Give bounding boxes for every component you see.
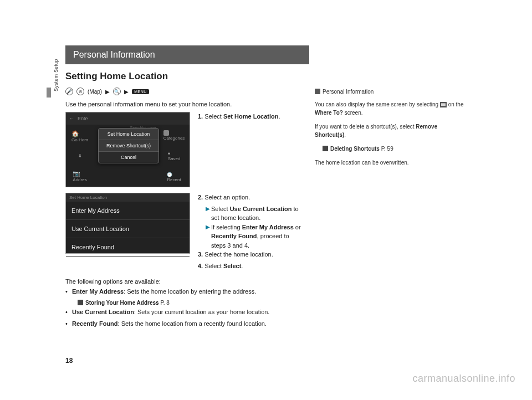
sidebar-heading: Personal Information bbox=[315, 88, 470, 96]
options-list: • Enter My Address: Sets the home locati… bbox=[65, 287, 304, 329]
categories-tile: Categories bbox=[163, 130, 185, 141]
manual-page: System Setup Personal Information Settin… bbox=[0, 0, 532, 400]
main-column: 🎤 ⊙ (Map) ▶ 🔍 ▶ MENU Use the personal in… bbox=[65, 88, 304, 331]
breadcrumb: 🎤 ⊙ (Map) ▶ 🔍 ▶ MENU bbox=[65, 88, 304, 95]
option-use-current-location: Use Current Location: Sets your current … bbox=[72, 307, 269, 317]
popup-remove-shortcut: Remove Shortcut(s) bbox=[99, 140, 158, 152]
xref-icon bbox=[323, 146, 328, 151]
section-title: Setting Home Location bbox=[65, 71, 475, 82]
options-intro: The following options are available: bbox=[65, 278, 304, 285]
popup-cancel: Cancel bbox=[99, 152, 158, 163]
step-number: 2. bbox=[198, 194, 203, 201]
popup-set-home: Set Home Location bbox=[99, 129, 158, 140]
step-text: Select Select. bbox=[204, 263, 243, 269]
back-arrow-icon: ← bbox=[69, 116, 74, 121]
xref-deleting-shortcuts: Deleting Shortcuts P. 59 bbox=[315, 145, 470, 153]
substep-text: If selecting Enter My Address or Recentl… bbox=[211, 223, 303, 250]
intro-text: Use the personal information menu to set… bbox=[65, 101, 304, 107]
opt-enter-my-address: Enter My Address bbox=[66, 202, 190, 220]
screenshot-menu-popup: ← Ente Searching near: s Angeles, CA 🏠 bbox=[65, 112, 190, 187]
xref-storing-home-address: Storing Your Home Address P. 8 bbox=[65, 299, 304, 307]
triangle-bullet-icon: ▶ bbox=[206, 204, 210, 223]
bullet-icon: • bbox=[65, 287, 72, 296]
step-number: 4. bbox=[198, 263, 203, 269]
steps-2-4-block: 2. Select an option. ▶ Select Use Curren… bbox=[198, 193, 303, 273]
step-text: Select an option. bbox=[204, 194, 250, 201]
popup-menu: Set Home Location Remove Shortcut(s) Can… bbox=[98, 128, 159, 163]
option-recently-found: Recently Found: Sets the home location f… bbox=[72, 319, 267, 329]
voice-icon: 🎤 bbox=[65, 88, 73, 95]
info-icon bbox=[315, 89, 320, 94]
screenshot-set-home-list: Set Home Location Enter My Address Use C… bbox=[65, 193, 190, 254]
address-tile: 📷 Addres bbox=[73, 170, 86, 182]
sidebar-p1: You can also display the same screen by … bbox=[315, 100, 470, 117]
bullet-icon: • bbox=[65, 319, 72, 329]
map-icon: ⊙ bbox=[76, 88, 84, 95]
step-1-block: 1. Select Set Home Location. bbox=[198, 112, 303, 187]
saved-tile: ♥ Saved bbox=[168, 151, 181, 161]
down-arrow-icon: ⬇ bbox=[78, 153, 82, 158]
arrow-icon: ▶ bbox=[105, 89, 110, 95]
arrow-icon: ▶ bbox=[124, 89, 129, 95]
xref-icon bbox=[78, 300, 83, 305]
section-tab-marker bbox=[47, 88, 51, 98]
watermark: carmanualsonline.info bbox=[412, 373, 515, 384]
step-number: 3. bbox=[198, 251, 203, 258]
page-content: Personal Information Setting Home Locati… bbox=[65, 45, 475, 331]
triangle-bullet-icon: ▶ bbox=[206, 223, 210, 250]
go-home-tile: 🏠 Go Hom bbox=[71, 130, 88, 142]
section-tab-label: System Setup bbox=[53, 59, 59, 91]
screenshot2-title: Set Home Location bbox=[66, 193, 190, 202]
sidebar-p3: The home location can be overwritten. bbox=[315, 158, 470, 167]
step-text: Select Set Home Location. bbox=[204, 113, 280, 120]
map-label: (Map) bbox=[88, 89, 102, 95]
hamburger-icon bbox=[440, 102, 447, 107]
menu-button-icon: MENU bbox=[132, 89, 149, 94]
step-number: 1. bbox=[198, 113, 203, 120]
bullet-icon: • bbox=[65, 307, 72, 317]
option-enter-my-address: Enter My Address: Sets the home location… bbox=[72, 287, 256, 296]
page-number: 18 bbox=[65, 357, 73, 365]
opt-use-current-location: Use Current Location bbox=[66, 220, 190, 238]
search-icon: 🔍 bbox=[113, 88, 121, 95]
sidebar-column: Personal Information You can also displa… bbox=[315, 88, 470, 331]
search-input-preview: Ente bbox=[78, 116, 88, 121]
sidebar-p2: If you want to delete a shortcut(s), sel… bbox=[315, 122, 470, 139]
recent-tile: 🕘 Recent bbox=[167, 172, 181, 182]
chapter-header: Personal Information bbox=[65, 45, 309, 64]
step-text: Select the home location. bbox=[204, 251, 273, 258]
substep-text: Select Use Current Location to set home … bbox=[211, 204, 303, 223]
opt-recently-found: Recently Found bbox=[66, 238, 190, 257]
